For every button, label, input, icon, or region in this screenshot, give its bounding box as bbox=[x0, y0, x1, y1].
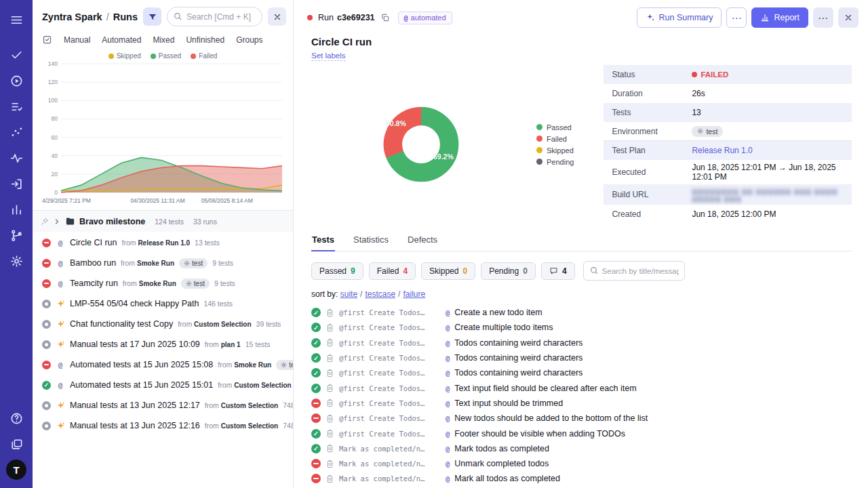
legend-item[interactable]: Passed bbox=[151, 52, 181, 60]
filter-skipped[interactable]: Skipped0 bbox=[421, 262, 475, 280]
run-list-item[interactable]: Manual tests at 13 Jun 2025 12:17 from C… bbox=[33, 395, 293, 415]
run-list-item[interactable]: Chat functionality test Copy from Custom… bbox=[33, 314, 293, 334]
run-id: c3e69231 bbox=[337, 13, 375, 22]
page-title: Circle CI run bbox=[311, 36, 852, 47]
test-title: Text input field should be cleared after… bbox=[454, 384, 636, 393]
test-suite-name: @first Create Todos… bbox=[339, 354, 441, 362]
reports-icon[interactable] bbox=[5, 198, 28, 221]
filter-button[interactable] bbox=[143, 7, 161, 26]
run-test-count: 748 tests bbox=[283, 422, 293, 430]
runs-list: @ Circle CI run from Release Run 1.0 13 … bbox=[33, 232, 293, 488]
runs-area-chart: 0204060801001201404/29/2025 7:21 PM04/30… bbox=[37, 60, 289, 210]
clipboard-icon bbox=[326, 338, 334, 347]
tab-groups[interactable]: Groups bbox=[236, 35, 262, 45]
chevron-right-icon[interactable] bbox=[53, 218, 61, 226]
run-type-icon: @ bbox=[56, 381, 65, 390]
run-list-item[interactable]: @ Teamcity run from Smoke Run test 9 tes… bbox=[33, 273, 293, 293]
settings-icon[interactable] bbox=[5, 249, 28, 272]
legend-item[interactable]: Skipped bbox=[108, 52, 141, 60]
automated-icon: @ bbox=[446, 369, 450, 377]
test-row[interactable]: @first Create Todos… @ Text input should… bbox=[311, 396, 852, 411]
test-row[interactable]: @first Create Todos… @ Text input field … bbox=[311, 380, 852, 395]
test-row[interactable]: Mark as completed/n… @ Mark todos as com… bbox=[311, 441, 852, 456]
close-run-button[interactable] bbox=[838, 7, 859, 28]
summary-more-button[interactable]: ⋯ bbox=[726, 7, 747, 28]
test-row[interactable]: @first Create Todos… @ New todos should … bbox=[311, 411, 852, 426]
filter-passed[interactable]: Passed9 bbox=[311, 262, 363, 280]
automated-icon: @ bbox=[446, 474, 450, 483]
run-status-icon bbox=[42, 320, 51, 329]
set-labels-link[interactable]: Set labels bbox=[311, 52, 346, 61]
filter-comments[interactable]: 4 bbox=[541, 262, 575, 280]
environment-badge: test bbox=[179, 258, 208, 268]
tab-statistics[interactable]: Statistics bbox=[353, 235, 389, 251]
run-list-item[interactable]: Manual tests at 13 Jun 2025 12:16 from C… bbox=[33, 415, 293, 436]
run-list-item[interactable]: @ Circle CI run from Release Run 1.0 13 … bbox=[33, 232, 293, 253]
launches-icon[interactable] bbox=[5, 172, 28, 195]
checklist-icon[interactable] bbox=[5, 95, 28, 118]
test-row[interactable]: @first Create Todos… @ Create a new todo… bbox=[311, 305, 852, 320]
branches-icon[interactable] bbox=[5, 224, 28, 247]
run-list-item[interactable]: @ Automated tests at 15 Jun 2025 15:08 f… bbox=[33, 354, 293, 375]
tab-unfinished[interactable]: Unfinished bbox=[186, 35, 224, 45]
run-list-item[interactable]: Manual tests at 17 Jun 2025 10:09 from p… bbox=[33, 334, 293, 354]
test-row[interactable]: @first Create Todos… @ Todos containing … bbox=[311, 336, 852, 350]
run-list-item[interactable]: LMP-554 05/04 check Happy Path 146 tests bbox=[33, 293, 293, 314]
more-button[interactable]: ⋯ bbox=[813, 7, 833, 28]
sort-by-suite[interactable]: suite bbox=[340, 289, 357, 299]
projects-icon[interactable] bbox=[5, 432, 28, 455]
legend-item[interactable]: Failed bbox=[191, 52, 217, 60]
analytics-icon[interactable] bbox=[5, 121, 28, 144]
legend-item[interactable]: Pending bbox=[536, 158, 574, 166]
milestone-tests-count: 124 tests bbox=[155, 218, 184, 226]
run-list-item[interactable]: @ Bamboo run from Smoke Run test 9 tests bbox=[33, 253, 293, 273]
app-logo[interactable]: T bbox=[6, 460, 26, 480]
pulse-icon[interactable] bbox=[5, 146, 28, 169]
test-status-icon bbox=[311, 413, 321, 423]
test-row[interactable]: Mark as completed/n… @ Mark all todos as… bbox=[311, 471, 852, 486]
milestone-row[interactable]: Bravo milestone 124 tests 33 runs bbox=[33, 211, 293, 232]
run-list-item[interactable]: @ Automated tests at 15 Jun 2025 15:01 f… bbox=[33, 375, 293, 395]
report-button[interactable]: Report bbox=[751, 7, 808, 28]
automated-icon: @ bbox=[446, 323, 450, 331]
run-status-icon bbox=[42, 259, 51, 268]
duration-value: 26s bbox=[692, 89, 705, 98]
project-name[interactable]: Zyntra Spark bbox=[42, 12, 102, 22]
filter-pending[interactable]: Pending0 bbox=[481, 262, 536, 280]
run-summary-button[interactable]: Run Summary bbox=[637, 7, 722, 28]
sidebar-search[interactable] bbox=[167, 7, 262, 26]
tests-search[interactable] bbox=[583, 261, 685, 281]
menu-icon[interactable] bbox=[5, 8, 28, 31]
tab-tests[interactable]: Tests bbox=[311, 235, 335, 251]
sort-by-testcase[interactable]: testcase bbox=[365, 289, 395, 299]
test-row[interactable]: @first Create Todos… @ Todos containing … bbox=[311, 350, 852, 365]
runs-icon[interactable] bbox=[5, 69, 28, 92]
test-row[interactable]: @first Create Todos… @ Footer should be … bbox=[311, 426, 852, 441]
search-icon bbox=[589, 266, 599, 275]
tab-automated[interactable]: Automated bbox=[102, 35, 141, 45]
clipboard-icon bbox=[326, 369, 334, 378]
tab-mixed[interactable]: Mixed bbox=[153, 35, 174, 45]
select-all-icon[interactable] bbox=[42, 35, 52, 45]
run-title: Teamcity run bbox=[70, 279, 118, 288]
test-row[interactable]: Mark as completed/n… @ Unmark completed … bbox=[311, 456, 852, 471]
tab-defects[interactable]: Defects bbox=[407, 235, 438, 251]
tab-manual[interactable]: Manual bbox=[64, 35, 90, 45]
test-plan-link[interactable]: Release Run 1.0 bbox=[692, 146, 752, 155]
donut-legend: PassedFailedSkippedPending bbox=[536, 123, 574, 166]
run-source: from Custom Selection bbox=[205, 422, 278, 430]
sort-by-failure[interactable]: failure bbox=[403, 289, 425, 299]
test-row[interactable]: @first Create Todos… @ Todos containing … bbox=[311, 365, 852, 380]
automated-icon: @ bbox=[446, 354, 450, 362]
copy-icon[interactable] bbox=[380, 13, 390, 22]
legend-item[interactable]: Skipped bbox=[536, 146, 574, 155]
legend-item[interactable]: Failed bbox=[536, 135, 574, 143]
close-sidebar-button[interactable] bbox=[268, 7, 286, 26]
pin-icon[interactable] bbox=[41, 218, 49, 226]
run-header: Run c3e69231 @automated Run Summary ⋯ Re… bbox=[294, 0, 868, 33]
test-row[interactable]: @first Create Todos… @ Create multiple t… bbox=[311, 320, 852, 335]
tests-icon[interactable] bbox=[5, 43, 28, 66]
filter-failed[interactable]: Failed4 bbox=[369, 262, 416, 280]
help-icon[interactable] bbox=[5, 407, 28, 430]
legend-item[interactable]: Passed bbox=[536, 123, 574, 131]
